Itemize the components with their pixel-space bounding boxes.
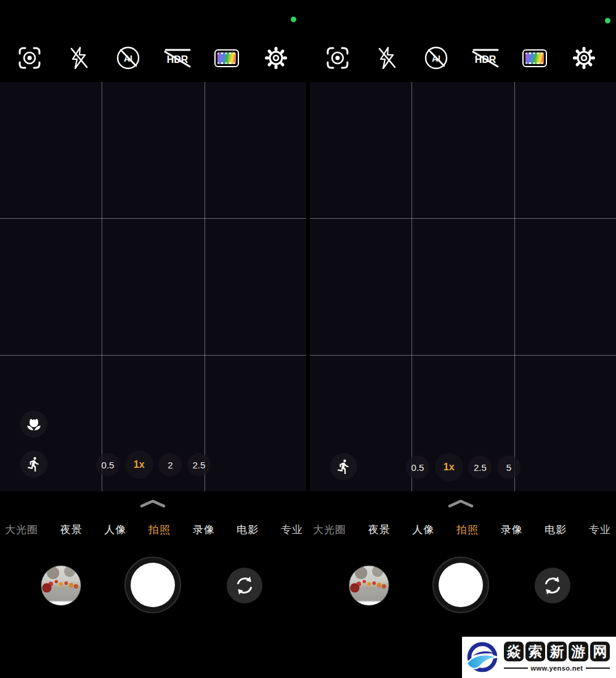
mode-tab-portrait[interactable]: 人像 — [104, 523, 126, 537]
smart-lens-icon — [17, 46, 42, 70]
camera-flip-icon — [234, 575, 255, 596]
gallery-thumbnail[interactable] — [349, 565, 389, 606]
settings-button[interactable] — [567, 41, 601, 75]
mode-tab-aperture[interactable]: 大光圈 — [313, 523, 346, 537]
hdr-off-icon: HDR — [470, 46, 501, 70]
mode-tab-pro[interactable]: 专业 — [589, 523, 611, 537]
flash-off-icon — [375, 46, 399, 70]
camera-flip-icon — [542, 575, 563, 596]
gallery-thumbnail[interactable] — [41, 565, 81, 606]
mode-tab-night[interactable]: 夜景 — [368, 523, 391, 537]
mode-tab-aperture[interactable]: 大光圈 — [5, 523, 38, 537]
zoom-option-0.5[interactable]: 0.5 — [406, 455, 429, 479]
watermark-char: 新 — [547, 642, 567, 661]
camera-active-indicator-dot — [605, 18, 610, 23]
grid-line-horizontal-1 — [0, 218, 306, 219]
watermark-char: 网 — [590, 642, 610, 661]
watermark-title: 焱 索 新 游 网 — [504, 642, 610, 661]
mode-tabs: 大光圈 夜景 人像 拍照 录像 电影 专业 — [313, 519, 611, 540]
shutter-button[interactable] — [124, 557, 181, 613]
shutter-button-core — [439, 563, 483, 607]
watermark-logo-icon — [466, 641, 499, 674]
zoom-option-0.5[interactable]: 0.5 — [96, 453, 120, 476]
mode-tab-movie[interactable]: 电影 — [237, 523, 259, 537]
mode-tab-night[interactable]: 夜景 — [60, 523, 83, 537]
watermark-url: www.yenso.net — [504, 664, 610, 672]
dual-camera-screenshot: AI HDR — [0, 0, 616, 678]
mode-tab-movie[interactable]: 电影 — [545, 523, 567, 537]
flash-off-button[interactable] — [370, 41, 404, 75]
mode-tabs: 大光圈 夜景 人像 拍照 录像 电影 专业 — [5, 519, 303, 540]
camera-active-indicator-dot — [291, 17, 296, 22]
flash-off-button[interactable] — [62, 41, 96, 75]
mode-collapse-chevron[interactable] — [139, 499, 166, 510]
macro-flower-icon — [26, 417, 41, 431]
zoom-selector: 0.5 1x 2 2.5 — [96, 451, 211, 479]
mode-tab-video[interactable]: 录像 — [193, 523, 215, 537]
watermark-char: 游 — [569, 642, 588, 661]
top-toolbar: AI HDR — [320, 37, 601, 79]
zoom-option-2.5[interactable]: 2.5 — [187, 453, 211, 476]
mode-tab-photo-active[interactable]: 拍照 — [456, 523, 479, 537]
motion-capture-button[interactable] — [20, 451, 47, 478]
smart-lens-button[interactable] — [12, 41, 47, 75]
grid-line-vertical-2 — [514, 82, 515, 491]
running-person-icon — [336, 459, 352, 475]
filters-button[interactable] — [209, 41, 244, 75]
filters-button[interactable] — [517, 41, 552, 75]
gear-icon — [570, 44, 598, 71]
ai-off-icon: AI — [115, 45, 141, 71]
zoom-option-2.5[interactable]: 2.5 — [468, 455, 492, 479]
motion-capture-button[interactable] — [330, 453, 357, 480]
hdr-off-button[interactable]: HDR — [468, 41, 503, 75]
camera-panel-left: AI HDR — [0, 0, 308, 678]
camera-flip-button[interactable] — [227, 568, 262, 603]
shutter-button-core — [131, 563, 175, 607]
zoom-option-1x-active[interactable]: 1x — [435, 453, 463, 481]
watermark-char: 索 — [525, 642, 545, 661]
shutter-button[interactable] — [432, 557, 489, 613]
grid-line-horizontal-2 — [310, 355, 616, 356]
flash-off-icon — [67, 46, 91, 70]
grid-line-horizontal-1 — [310, 218, 616, 219]
gear-icon — [262, 44, 290, 71]
grid-line-vertical-1 — [411, 82, 412, 491]
filters-icon — [522, 49, 547, 67]
filters-icon — [214, 49, 239, 67]
hdr-off-icon: HDR — [162, 46, 193, 70]
grid-line-horizontal-2 — [0, 355, 306, 356]
mode-collapse-chevron[interactable] — [447, 499, 474, 510]
mode-tab-portrait[interactable]: 人像 — [412, 523, 434, 537]
mode-tab-photo-active[interactable]: 拍照 — [148, 523, 171, 537]
viewfinder: 0.5 1x 2.5 5 — [310, 82, 616, 491]
zoom-option-5[interactable]: 5 — [497, 455, 521, 479]
grid-line-vertical-2 — [205, 82, 205, 491]
mode-tab-video[interactable]: 录像 — [501, 523, 523, 537]
camera-flip-button[interactable] — [535, 568, 570, 603]
zoom-selector: 0.5 1x 2.5 5 — [406, 453, 521, 481]
hdr-off-button[interactable]: HDR — [160, 41, 195, 75]
settings-button[interactable] — [259, 41, 293, 75]
grid-line-vertical-1 — [102, 82, 102, 491]
watermark-char: 焱 — [504, 642, 524, 661]
watermark-url-text: www.yenso.net — [531, 664, 583, 672]
camera-panel-right: AI HDR — [308, 0, 616, 678]
ai-off-button[interactable]: AI — [111, 41, 145, 75]
zoom-option-2[interactable]: 2 — [158, 453, 182, 476]
macro-mode-button[interactable] — [20, 410, 47, 438]
viewfinder: 0.5 1x 2 2.5 — [0, 82, 306, 491]
smart-lens-icon — [325, 46, 350, 70]
zoom-option-1x-active[interactable]: 1x — [125, 451, 153, 479]
site-watermark: 焱 索 新 游 网 www.yenso.net — [462, 637, 616, 678]
smart-lens-button[interactable] — [320, 41, 355, 75]
top-toolbar: AI HDR — [12, 37, 293, 79]
running-person-icon — [26, 456, 42, 472]
ai-off-icon: AI — [423, 45, 449, 71]
mode-tab-pro[interactable]: 专业 — [281, 523, 303, 537]
ai-off-button[interactable]: AI — [419, 41, 453, 75]
